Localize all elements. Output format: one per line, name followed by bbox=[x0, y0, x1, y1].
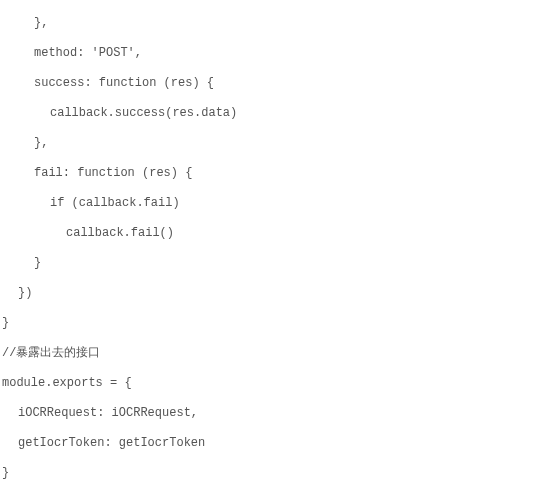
code-line: callback.fail() bbox=[2, 218, 548, 248]
code-line: }, bbox=[2, 128, 548, 158]
code-block: }, method: 'POST', success: function (re… bbox=[2, 8, 548, 488]
code-line: //暴露出去的接口 bbox=[2, 338, 548, 368]
code-line: iOCRRequest: iOCRRequest, bbox=[2, 398, 548, 428]
code-line: method: 'POST', bbox=[2, 38, 548, 68]
code-line: getIocrToken: getIocrToken bbox=[2, 428, 548, 458]
code-line: fail: function (res) { bbox=[2, 158, 548, 188]
code-line: if (callback.fail) bbox=[2, 188, 548, 218]
code-line: }) bbox=[2, 278, 548, 308]
code-line: module.exports = { bbox=[2, 368, 548, 398]
code-line: } bbox=[2, 248, 548, 278]
code-line: callback.success(res.data) bbox=[2, 98, 548, 128]
code-line: }, bbox=[2, 8, 548, 38]
code-line: success: function (res) { bbox=[2, 68, 548, 98]
code-line: } bbox=[2, 458, 548, 488]
code-line: } bbox=[2, 308, 548, 338]
